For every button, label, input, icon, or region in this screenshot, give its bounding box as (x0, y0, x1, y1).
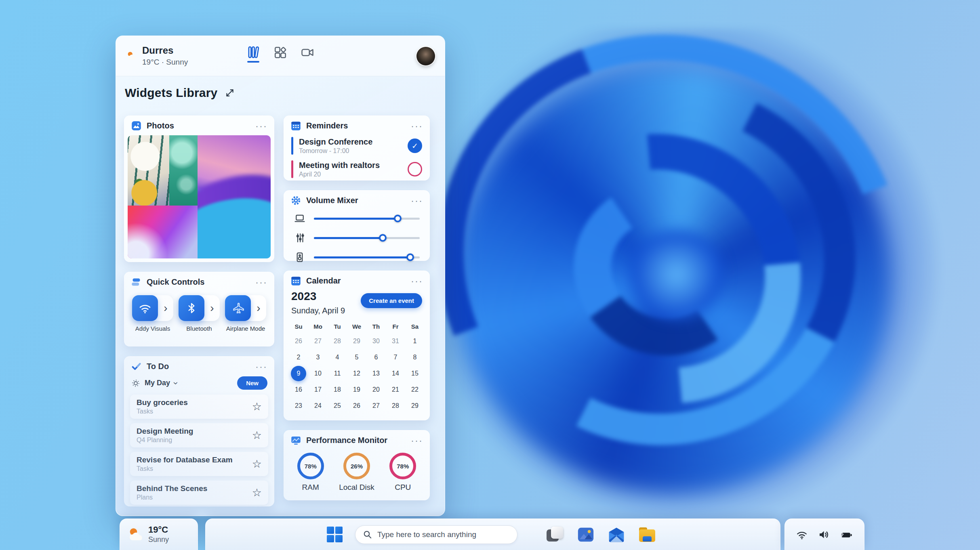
bluetooth-toggle-button[interactable] (179, 295, 204, 321)
weather-summary[interactable]: Durres 19°C · Sunny (126, 45, 188, 66)
calendar-day[interactable]: 30 (366, 333, 386, 349)
calendar-day[interactable]: 13 (366, 365, 386, 382)
camera-view-button[interactable] (300, 46, 315, 59)
calendar-day[interactable]: 27 (308, 333, 328, 349)
new-task-button[interactable]: New (237, 376, 267, 390)
panel-header: Durres 19°C · Sunny (116, 36, 445, 76)
more-button[interactable]: ··· (411, 278, 423, 284)
calendar-day[interactable]: 31 (386, 333, 405, 349)
calendar-day[interactable]: 29 (347, 333, 366, 349)
calendar-day[interactable]: 2 (289, 349, 308, 365)
wifi-expand-chevron[interactable]: › (158, 295, 173, 321)
taskbar-weather[interactable]: 19°C Sunny (120, 519, 198, 550)
calendar-day[interactable]: 6 (366, 349, 386, 365)
airplane-expand-chevron[interactable]: › (251, 295, 266, 321)
more-button[interactable]: ··· (255, 123, 267, 129)
calendar-day[interactable]: 11 (328, 365, 347, 382)
more-button[interactable]: ··· (411, 198, 423, 204)
star-icon[interactable]: ☆ (252, 459, 262, 470)
calendar-day[interactable]: 20 (366, 382, 386, 398)
metric-ram: 78% RAM (297, 453, 324, 492)
photo-pink-gradient[interactable] (128, 206, 198, 258)
reminder-done-checkbox[interactable]: ✓ (408, 139, 422, 153)
task-view-button[interactable] (546, 525, 564, 544)
volume-slider-apps[interactable] (314, 237, 420, 239)
star-icon[interactable]: ☆ (252, 430, 262, 441)
chevron-down-icon[interactable]: › (173, 382, 179, 384)
more-button[interactable]: ··· (411, 123, 423, 129)
volume-slider-speaker[interactable] (314, 256, 420, 258)
widgets-board-button[interactable] (273, 46, 287, 59)
quick-control-wifi: › Addy Visuals (130, 295, 175, 332)
calendar-day[interactable]: 21 (386, 382, 405, 398)
calendar-day[interactable]: 27 (366, 398, 386, 414)
more-button[interactable]: ··· (411, 438, 423, 443)
calendar-day[interactable]: 24 (308, 398, 328, 414)
calendar-day[interactable]: 26 (289, 333, 308, 349)
calendar-day[interactable]: 25 (328, 398, 347, 414)
file-explorer-button[interactable] (638, 525, 656, 544)
calendar-day[interactable]: 19 (347, 382, 366, 398)
photo-drinks[interactable] (128, 135, 169, 206)
slider-knob[interactable] (379, 234, 387, 242)
taskbar-temp: 19°C (148, 525, 169, 534)
calendar-day[interactable]: 7 (386, 349, 405, 365)
mail-app-button[interactable] (607, 525, 626, 544)
calendar-day[interactable]: 15 (405, 365, 425, 382)
photos-app-button[interactable] (576, 525, 595, 544)
reminder-open-checkbox[interactable] (408, 162, 422, 176)
calendar-day[interactable]: 22 (405, 382, 425, 398)
taskbar-search[interactable] (355, 525, 517, 544)
widget-title: Performance Monitor (306, 436, 387, 445)
wifi-tray-icon[interactable] (796, 529, 808, 541)
user-avatar[interactable] (416, 47, 435, 65)
calendar-day[interactable]: 16 (289, 382, 308, 398)
reminder-row[interactable]: Meeting with realtors April 20 (284, 157, 429, 181)
calendar-day[interactable]: 3 (308, 349, 328, 365)
more-button[interactable]: ··· (255, 279, 267, 285)
calendar-day[interactable]: 18 (328, 382, 347, 398)
task-row[interactable]: Buy groceries Tasks ☆ (130, 395, 268, 419)
calendar-day[interactable]: 8 (405, 349, 425, 365)
calendar-day[interactable]: 23 (289, 398, 308, 414)
calendar-day[interactable]: 4 (328, 349, 347, 365)
calendar-day[interactable]: 5 (347, 349, 366, 365)
reminder-row[interactable]: Design Conference Tomorrow - 17:00 ✓ (284, 134, 429, 157)
wifi-toggle-button[interactable] (132, 295, 158, 321)
volume-slider-display[interactable] (314, 218, 420, 220)
performance-monitor-widget: Performance Monitor ··· 78% RAM 26% Loca… (284, 430, 430, 500)
task-row[interactable]: Design Meeting Q4 Planning ☆ (130, 423, 268, 447)
search-input[interactable] (377, 530, 510, 539)
volume-tray-icon[interactable] (818, 529, 830, 541)
calendar-day[interactable]: 29 (405, 398, 425, 414)
weather-location: Durres (142, 45, 188, 56)
photo-pool-water[interactable] (169, 135, 198, 206)
bluetooth-expand-chevron[interactable]: › (204, 295, 220, 321)
photo-abstract-wave[interactable] (198, 135, 271, 258)
calendar-day[interactable]: 28 (328, 333, 347, 349)
battery-charging-icon[interactable] (839, 529, 853, 541)
system-tray[interactable] (784, 519, 864, 550)
expand-icon[interactable] (225, 88, 235, 98)
library-view-button[interactable] (246, 46, 261, 63)
calendar-day[interactable]: 12 (347, 365, 366, 382)
search-icon (363, 530, 372, 540)
create-event-button[interactable]: Create an event (361, 293, 422, 308)
task-row[interactable]: Behind The Scenes Plans ☆ (130, 481, 268, 505)
calendar-day[interactable]: 1 (405, 333, 425, 349)
more-button[interactable]: ··· (255, 364, 267, 369)
calendar-day[interactable]: 17 (308, 382, 328, 398)
slider-knob[interactable] (394, 215, 402, 223)
star-icon[interactable]: ☆ (252, 487, 262, 498)
todo-list-selector[interactable]: My Day (145, 379, 170, 387)
slider-knob[interactable] (406, 254, 414, 261)
calendar-day[interactable]: 28 (386, 398, 405, 414)
star-icon[interactable]: ☆ (252, 401, 262, 412)
task-row[interactable]: Revise for Database Exam Tasks ☆ (130, 452, 268, 476)
calendar-day-selected[interactable]: 9 (291, 366, 306, 381)
calendar-day[interactable]: 26 (347, 398, 366, 414)
calendar-day[interactable]: 10 (308, 365, 328, 382)
calendar-day[interactable]: 14 (386, 365, 405, 382)
start-button[interactable] (327, 527, 343, 543)
airplane-toggle-button[interactable] (225, 295, 251, 321)
